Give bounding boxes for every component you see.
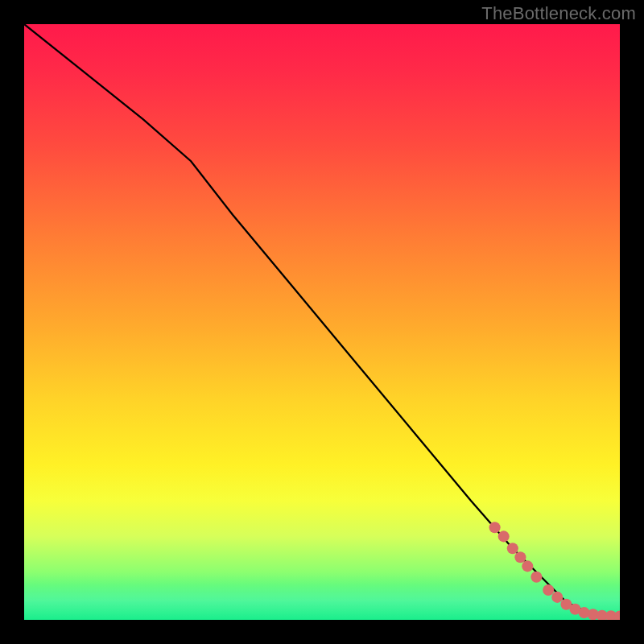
marker-points	[489, 522, 620, 620]
plot-area	[24, 24, 620, 620]
marker-point	[514, 551, 526, 563]
watermark-text: TheBottleneck.com	[481, 3, 636, 24]
marker-point	[522, 560, 533, 572]
marker-point	[551, 592, 563, 603]
chart-overlay	[24, 24, 620, 620]
marker-point	[543, 584, 554, 596]
marker-point	[498, 530, 510, 542]
curve-line	[24, 24, 620, 617]
series-curve	[24, 24, 620, 617]
marker-point	[507, 543, 518, 554]
marker-point	[530, 572, 542, 583]
marker-point	[489, 522, 501, 533]
marker-point	[614, 611, 620, 620]
chart-container: TheBottleneck.com	[0, 0, 644, 644]
